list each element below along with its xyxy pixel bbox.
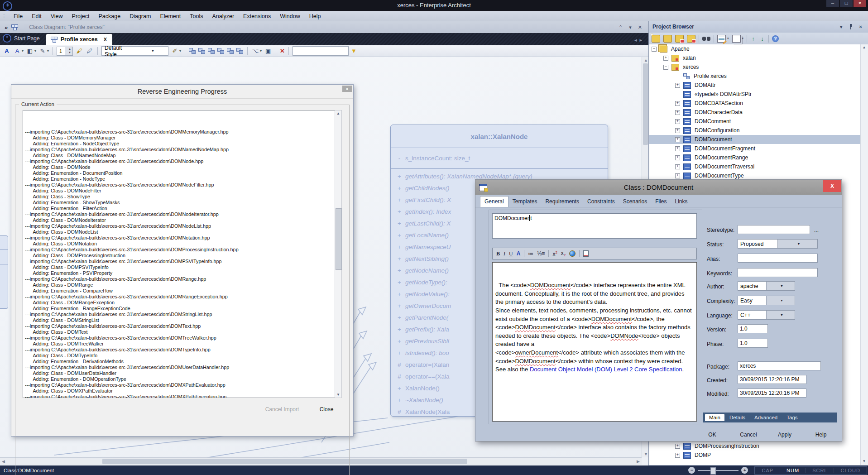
maximize-button[interactable]: ▢ (840, 0, 853, 7)
close-toolbar-icon[interactable]: ✕ (638, 24, 642, 30)
log-scrollbar[interactable]: ▲ ▼ (335, 110, 342, 398)
tree-row[interactable]: DOMDocumentType (649, 171, 861, 180)
menu-item[interactable]: Project (67, 12, 94, 20)
menu-item[interactable]: Window (275, 12, 304, 20)
tree-expando-icon[interactable] (675, 110, 680, 115)
tree-row[interactable]: DOMProcessingInstruction (649, 441, 861, 451)
close-button[interactable]: ✕ (854, 0, 866, 7)
font-color-icon[interactable]: A (13, 48, 21, 54)
tree-expando-icon[interactable] (652, 47, 657, 52)
tree-expando-icon[interactable] (675, 155, 680, 160)
tree-expando-icon[interactable] (675, 173, 680, 178)
class-attribute-row[interactable]: - s_instanceCount: size_t (391, 148, 608, 169)
log-scroll-thumb[interactable] (336, 208, 342, 270)
format-painter-icon[interactable]: 🖌 (75, 48, 83, 54)
language-combobox[interactable]: C++▼ (738, 310, 795, 320)
tree-expando-icon[interactable] (663, 65, 668, 70)
stereotype-browse-button[interactable]: ... (814, 227, 819, 233)
tree-expando-icon[interactable] (675, 119, 680, 124)
help-button[interactable]: Help (805, 432, 837, 438)
status-combobox[interactable]: Proposed▼ (738, 239, 818, 249)
subscript-icon[interactable]: x2 (561, 250, 566, 257)
move-up-icon[interactable]: ↑ (750, 35, 756, 42)
close-import-button[interactable]: Close (314, 406, 339, 413)
tree-vertical-scrollbar[interactable]: ▲ ▼ (860, 44, 868, 465)
menu-item[interactable]: Package (94, 12, 125, 20)
tree-row[interactable]: DOMDocumentFragment (649, 144, 861, 153)
tree-expando-icon[interactable] (675, 444, 680, 449)
hyperlink-globe-icon[interactable] (569, 250, 575, 257)
italic-icon[interactable]: I (504, 250, 505, 257)
new-diagram-icon[interactable] (675, 35, 684, 43)
tab-start-page[interactable]: ✳ Start Page (0, 34, 46, 45)
menu-item[interactable]: Edit (27, 12, 46, 20)
tree-row[interactable]: Apache (649, 44, 861, 53)
tab-constraints[interactable]: Constraints (583, 197, 619, 207)
style-combobox[interactable]: Default Style ▼ (101, 46, 168, 56)
help-icon[interactable]: ? (772, 35, 779, 42)
keywords-input[interactable] (738, 268, 818, 277)
tab-templates[interactable]: Templates (508, 197, 542, 207)
stereotype-input[interactable] (738, 225, 810, 234)
new-package-icon[interactable] (663, 35, 672, 43)
menu-item[interactable]: File (9, 12, 27, 20)
alias-input[interactable] (738, 254, 818, 263)
tab-close-icon[interactable]: X (104, 37, 107, 42)
line-width-stepper[interactable]: 1 ▲▼ (57, 47, 73, 56)
new-model-icon[interactable] (652, 35, 660, 43)
tab-files[interactable]: Files (651, 197, 671, 207)
tab-profile-xerces[interactable]: Profile xerces X (46, 34, 112, 45)
copy-dropdown-icon[interactable]: ▾ (742, 37, 744, 40)
partial-class-element[interactable] (0, 235, 8, 309)
complexity-combobox[interactable]: Easy▼ (738, 296, 795, 305)
panel-close-icon[interactable]: ✕ (859, 24, 863, 29)
import-log-list[interactable]: ---importing C:\Apache\xalan-builds\xerc… (23, 110, 337, 398)
tree-row[interactable]: xerces (649, 62, 861, 72)
tree-expando-icon[interactable] (663, 56, 668, 61)
class-name-field[interactable]: DOMDocument (492, 213, 697, 239)
text-color-icon[interactable]: A (517, 250, 521, 257)
tab-advanced[interactable]: Advanced (750, 414, 782, 421)
tab-scroll-arrows[interactable]: ◂▸ (634, 37, 645, 43)
tree-row[interactable]: Profile xerces (649, 72, 861, 81)
tree-expando-icon[interactable] (675, 164, 680, 169)
line-color-dropdown-icon[interactable]: ▾ (47, 49, 49, 53)
tree-row[interactable]: «typedef» DOMAttrSPtr (649, 90, 861, 99)
filter-funnel-icon[interactable]: ▼ (351, 48, 357, 54)
find-in-browser-icon[interactable] (702, 35, 710, 42)
menu-item[interactable]: Analyzer (207, 12, 239, 20)
tree-expando-icon[interactable] (675, 137, 680, 142)
notes-dropdown-icon[interactable]: ▾ (727, 37, 729, 40)
tab-tags[interactable]: Tags (782, 414, 801, 421)
menu-item[interactable]: Diagram (125, 12, 155, 20)
align-bottom-icon[interactable] (217, 48, 225, 54)
numbered-list-icon[interactable]: ⅓≡ (537, 250, 545, 257)
fill-color-dropdown-icon[interactable]: ▾ (34, 49, 36, 53)
quick-find-input[interactable] (293, 46, 349, 56)
zoom-slider[interactable]: − + (688, 467, 748, 474)
tree-row[interactable]: DOMCharacterData (649, 108, 861, 117)
properties-window-icon[interactable]: ▣ (264, 48, 272, 54)
tree-row[interactable]: DOMP (649, 451, 861, 460)
tree-row[interactable]: DOMDocumentTraversal (649, 162, 861, 171)
bold-icon[interactable]: B (496, 250, 500, 257)
ok-button[interactable]: OK (696, 432, 728, 438)
cancel-button[interactable]: Cancel (733, 432, 764, 438)
superscript-icon[interactable]: x2 (552, 250, 557, 257)
project-tree-bottom[interactable]: DOMProcessingInstruction DOMP (649, 441, 861, 465)
menu-item[interactable]: Help (305, 12, 326, 20)
move-down-icon[interactable]: ↓ (759, 35, 765, 42)
tree-row[interactable]: DOMDocument (649, 135, 861, 144)
save-style-icon[interactable]: ✐ (171, 48, 179, 54)
delete-icon[interactable]: ✕ (280, 48, 285, 54)
auto-layout-dropdown-icon[interactable]: ▾ (260, 49, 262, 53)
version-input[interactable] (738, 324, 768, 333)
toolbar-overflow-icon[interactable]: » (5, 24, 8, 31)
menu-item[interactable]: Tools (185, 12, 207, 20)
minimize-button[interactable]: ─ (826, 0, 839, 7)
phase-input[interactable] (738, 339, 768, 348)
class-dialog-close-icon[interactable]: X (823, 180, 841, 192)
collapse-toolbar-icon[interactable]: ⌃ (619, 24, 623, 30)
tree-expando-icon[interactable] (675, 83, 680, 88)
align-right-icon[interactable] (198, 48, 206, 54)
